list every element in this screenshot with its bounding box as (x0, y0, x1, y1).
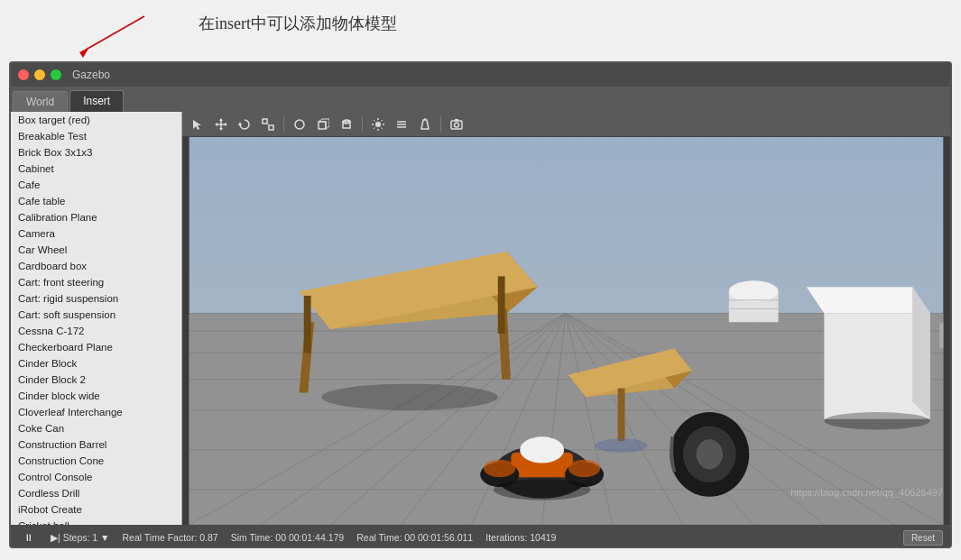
gazebo-window: Gazebo World Insert Box target (red) Bre… (9, 61, 952, 548)
list-item[interactable]: Cordless Drill (11, 485, 181, 501)
move-tool-button[interactable] (211, 115, 231, 134)
separator2 (362, 116, 363, 133)
svg-rect-62 (498, 276, 505, 334)
viewport-wrapper: https://blog.csdn.net/qq_40626497 (182, 112, 950, 525)
list-item[interactable]: Cricket ball (11, 518, 181, 525)
list-item[interactable]: Cinder block wide (11, 388, 181, 404)
cube-tool-button[interactable] (313, 115, 333, 134)
svg-rect-9 (263, 119, 267, 124)
sim-time: Sim Time: 00 00:01:44.179 (231, 532, 345, 543)
tab-bar: World Insert (11, 87, 950, 112)
list-item[interactable]: Cinder Block 2 (11, 372, 181, 388)
svg-rect-67 (618, 389, 625, 442)
separator3 (440, 116, 441, 133)
svg-point-77 (824, 412, 929, 430)
svg-point-86 (484, 460, 515, 478)
svg-line-23 (382, 127, 383, 129)
title-bar: Gazebo (11, 63, 950, 87)
annotation-arrow (54, 7, 180, 61)
svg-point-17 (375, 122, 381, 127)
svg-point-83 (520, 436, 564, 463)
list-item[interactable]: Control Console (11, 469, 181, 485)
toolbar (182, 112, 950, 137)
svg-point-87 (568, 460, 600, 478)
list-item[interactable]: Cinder Block (11, 355, 181, 372)
viewport[interactable]: https://blog.csdn.net/qq_40626497 (182, 137, 950, 525)
separator (283, 116, 284, 133)
list-item[interactable]: Box target (red) (11, 112, 181, 128)
svg-line-25 (374, 127, 375, 129)
maximize-button[interactable] (51, 69, 61, 80)
svg-point-88 (494, 479, 591, 500)
list-item[interactable]: Cafe (11, 177, 181, 193)
svg-rect-61 (304, 296, 311, 353)
tab-world[interactable]: World (13, 91, 68, 112)
list-item[interactable]: Camera (11, 225, 181, 242)
list-item[interactable]: Cart: soft suspension (11, 307, 181, 323)
svg-line-24 (382, 120, 383, 122)
svg-marker-75 (807, 287, 930, 313)
step-controls: ▶| Steps: 1 ▼ (51, 532, 109, 543)
circle-tool-button[interactable] (290, 115, 310, 134)
watermark: https://blog.csdn.net/qq_40626497 (790, 487, 943, 498)
annotation-text: 在insert中可以添加物体模型 (199, 13, 397, 34)
list-item[interactable]: Construction Barrel (11, 436, 181, 453)
svg-marker-7 (225, 123, 227, 126)
3d-scene (182, 137, 950, 525)
svg-rect-13 (319, 122, 326, 129)
status-bar: ⏸ ▶| Steps: 1 ▼ Real Time Factor: 0.87 S… (11, 525, 950, 548)
tab-insert[interactable]: Insert (69, 90, 124, 112)
list-item[interactable]: Cafe table (11, 193, 181, 209)
svg-marker-5 (219, 128, 223, 131)
svg-point-68 (595, 438, 648, 453)
directional-light-button[interactable] (392, 115, 411, 134)
cylinder-tool-button[interactable] (337, 115, 356, 134)
svg-point-32 (455, 123, 459, 127)
minimize-button[interactable] (34, 69, 45, 80)
list-item[interactable]: Breakable Test (11, 128, 181, 144)
svg-marker-14 (319, 119, 329, 129)
list-item[interactable]: Cessna C-172 (11, 323, 181, 339)
pause-button[interactable]: ⏸ (18, 528, 38, 547)
cursor-tool-button[interactable] (188, 115, 208, 134)
list-item[interactable]: Cardboard box (11, 258, 181, 274)
iterations: Iterations: 10419 (485, 532, 556, 543)
screenshot-button[interactable] (447, 115, 467, 134)
svg-point-80 (697, 439, 723, 469)
svg-line-11 (267, 124, 269, 125)
svg-marker-29 (421, 120, 429, 129)
list-item[interactable]: Cart: front steering (11, 274, 181, 290)
svg-rect-33 (455, 119, 458, 121)
list-item[interactable]: Car Wheel (11, 242, 181, 258)
window-title: Gazebo (72, 69, 110, 81)
list-item[interactable]: Construction Cone (11, 453, 181, 469)
svg-rect-89 (939, 322, 943, 348)
close-button[interactable] (18, 69, 29, 80)
list-item[interactable]: Calibration Plane (11, 209, 181, 225)
list-item[interactable]: Cabinet (11, 161, 181, 177)
svg-rect-10 (269, 125, 273, 130)
svg-line-22 (374, 120, 375, 122)
rotate-tool-button[interactable] (235, 115, 254, 134)
list-item[interactable]: Brick Box 3x1x3 (11, 144, 181, 161)
reset-button[interactable]: Reset (903, 530, 943, 546)
sidebar-list: Box target (red) Breakable Test Brick Bo… (11, 112, 181, 525)
svg-marker-8 (238, 122, 242, 125)
list-item[interactable]: Coke Can (11, 420, 181, 436)
light-tool-button[interactable] (368, 115, 388, 134)
svg-marker-6 (215, 123, 217, 126)
svg-marker-4 (219, 118, 223, 121)
content-area: Box target (red) Breakable Test Brick Bo… (11, 112, 950, 525)
scale-tool-button[interactable] (258, 115, 278, 134)
svg-point-63 (321, 384, 497, 410)
sidebar[interactable]: Box target (red) Breakable Test Brick Bo… (11, 112, 182, 525)
list-item[interactable]: Checkerboard Plane (11, 339, 181, 355)
annotation-area: 在insert中可以添加物体模型 (0, 0, 961, 61)
svg-point-71 (729, 280, 779, 301)
list-item[interactable]: iRobot Create (11, 501, 181, 518)
svg-point-12 (295, 120, 304, 129)
list-item[interactable]: Cloverleaf Interchange (11, 404, 181, 420)
svg-line-0 (81, 16, 144, 52)
list-item[interactable]: Cart: rigid suspension (11, 290, 181, 307)
spot-light-button[interactable] (415, 115, 435, 134)
